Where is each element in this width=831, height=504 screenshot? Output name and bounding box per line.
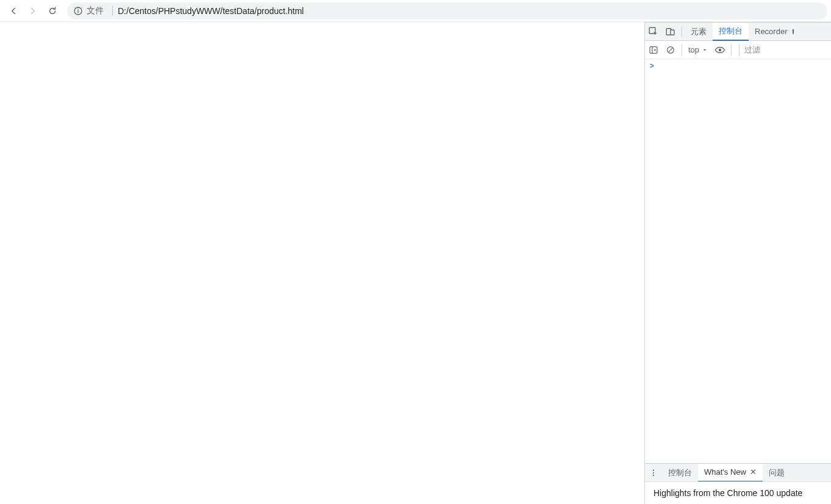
tab-console-label: 控制台 <box>719 26 743 37</box>
drawer-tabstrip: 控制台 What's New ✕ 问题 <box>645 463 831 481</box>
tab-console[interactable]: 控制台 <box>713 23 749 41</box>
browser-toolbar: 文件 D:/Centos/PHPstudyWWW/testData/produc… <box>0 0 831 22</box>
console-toolbar-sep1 <box>682 45 682 56</box>
whats-new-headline: Highlights from the Chrome 100 update <box>653 488 802 498</box>
svg-point-11 <box>653 469 654 470</box>
drawer-tab-issues-label: 问题 <box>769 467 785 478</box>
svg-point-2 <box>77 9 79 10</box>
url-text: D:/Centos/PHPstudyWWW/testData/product.h… <box>118 6 304 16</box>
drawer-body: Highlights from the Chrome 100 update <box>645 481 831 504</box>
drawer-tab-whats-new-label: What's New <box>704 467 746 477</box>
drawer-tab-whats-new[interactable]: What's New ✕ <box>698 464 763 482</box>
tab-elements-label: 元素 <box>691 26 707 37</box>
clear-console-icon[interactable] <box>662 41 679 59</box>
inspect-element-icon[interactable] <box>645 23 662 40</box>
drawer-tab-console[interactable]: 控制台 <box>662 464 698 482</box>
execution-context-selector[interactable]: top <box>685 45 711 54</box>
pin-icon <box>790 28 797 35</box>
drawer-tab-issues[interactable]: 问题 <box>763 464 791 482</box>
live-expression-icon[interactable] <box>711 41 728 59</box>
console-filter-input[interactable]: 过滤 <box>739 44 831 56</box>
console-body[interactable]: > <box>645 59 831 463</box>
file-scheme-label: 文件 <box>87 5 104 16</box>
back-button[interactable] <box>5 2 22 20</box>
devtools-panel: 元素 控制台 Recorder top <box>645 22 831 504</box>
filter-placeholder: 过滤 <box>744 45 760 56</box>
context-label: top <box>688 45 699 54</box>
svg-point-10 <box>719 48 722 51</box>
svg-line-9 <box>669 48 673 52</box>
chevron-down-icon <box>702 47 708 53</box>
console-sidebar-toggle-icon[interactable] <box>645 41 662 59</box>
device-toolbar-icon[interactable] <box>662 23 679 40</box>
svg-rect-6 <box>650 46 657 53</box>
info-icon <box>73 6 83 16</box>
tabstrip-separator <box>682 26 682 37</box>
page-content <box>0 22 645 504</box>
address-bar[interactable]: 文件 D:/Centos/PHPstudyWWW/testData/produc… <box>67 2 827 20</box>
close-icon[interactable]: ✕ <box>750 467 757 477</box>
console-toolbar: top 过滤 <box>645 41 831 59</box>
forward-button[interactable] <box>24 2 41 20</box>
svg-rect-5 <box>671 30 674 35</box>
console-toolbar-sep2 <box>731 45 732 56</box>
svg-point-12 <box>653 472 654 473</box>
omnibox-separator <box>112 6 113 16</box>
workspace: 元素 控制台 Recorder top <box>0 22 831 504</box>
tab-elements[interactable]: 元素 <box>685 23 713 41</box>
devtools-tabstrip: 元素 控制台 Recorder <box>645 23 831 41</box>
tab-recorder-label: Recorder <box>755 27 787 36</box>
drawer-more-icon[interactable] <box>645 464 662 481</box>
reload-button[interactable] <box>44 2 61 20</box>
drawer-tab-console-label: 控制台 <box>668 467 692 478</box>
tab-recorder[interactable]: Recorder <box>749 27 800 36</box>
console-prompt-icon: > <box>650 62 654 70</box>
svg-point-13 <box>653 475 654 476</box>
